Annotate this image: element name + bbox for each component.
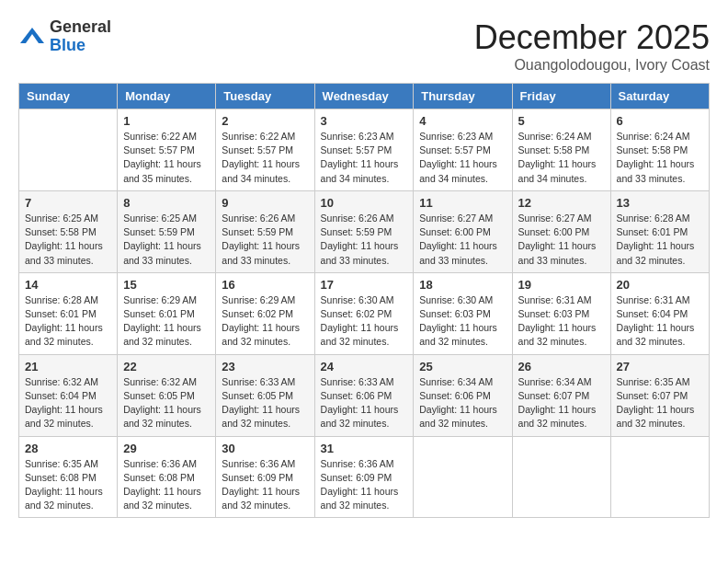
day-number: 19 [518,278,605,292]
day-number: 9 [222,196,308,210]
weekday-header-monday: Monday [118,84,216,109]
day-number: 7 [25,196,111,210]
calendar-cell: 28Sunrise: 6:35 AMSunset: 6:08 PMDayligh… [19,436,118,518]
day-info: Sunrise: 6:23 AMSunset: 5:57 PMDaylight:… [321,130,408,186]
day-number: 23 [222,360,308,373]
calendar-cell: 18Sunrise: 6:30 AMSunset: 6:03 PMDayligh… [414,272,512,354]
calendar-cell: 29Sunrise: 6:36 AMSunset: 6:08 PMDayligh… [118,436,216,518]
day-number: 31 [321,442,408,455]
calendar-cell [610,436,709,518]
calendar-cell: 9Sunrise: 6:26 AMSunset: 5:59 PMDaylight… [216,190,314,272]
day-number: 5 [518,114,605,128]
day-info: Sunrise: 6:34 AMSunset: 6:07 PMDaylight:… [518,375,605,431]
page-header: General Blue December 2025 Ouangolodougo… [18,18,710,74]
day-info: Sunrise: 6:28 AMSunset: 6:01 PMDaylight:… [617,212,703,268]
calendar-cell: 5Sunrise: 6:24 AMSunset: 5:58 PMDaylight… [512,109,610,191]
day-info: Sunrise: 6:34 AMSunset: 6:06 PMDaylight:… [419,375,506,431]
calendar-cell: 14Sunrise: 6:28 AMSunset: 6:01 PMDayligh… [19,272,118,354]
logo-general-text: General [50,18,111,37]
day-number: 30 [222,442,308,455]
calendar-cell [414,436,512,518]
calendar-cell: 3Sunrise: 6:23 AMSunset: 5:57 PMDaylight… [314,109,414,191]
calendar-cell: 1Sunrise: 6:22 AMSunset: 5:57 PMDaylight… [118,109,216,191]
day-number: 27 [617,360,703,373]
day-info: Sunrise: 6:26 AMSunset: 5:59 PMDaylight:… [222,212,308,268]
calendar-cell: 25Sunrise: 6:34 AMSunset: 6:06 PMDayligh… [414,354,512,436]
day-number: 28 [25,442,111,455]
calendar-cell: 22Sunrise: 6:32 AMSunset: 6:05 PMDayligh… [118,354,216,436]
day-info: Sunrise: 6:25 AMSunset: 5:59 PMDaylight:… [123,212,210,268]
calendar-cell: 8Sunrise: 6:25 AMSunset: 5:59 PMDaylight… [118,190,216,272]
day-info: Sunrise: 6:29 AMSunset: 6:01 PMDaylight:… [123,293,210,350]
day-info: Sunrise: 6:30 AMSunset: 6:02 PMDaylight:… [321,293,408,350]
calendar-cell: 12Sunrise: 6:27 AMSunset: 6:00 PMDayligh… [512,190,610,272]
day-number: 18 [419,278,506,292]
calendar-cell: 27Sunrise: 6:35 AMSunset: 6:07 PMDayligh… [610,354,709,436]
day-number: 6 [617,114,703,128]
day-number: 16 [222,278,308,292]
calendar-week-row: 21Sunrise: 6:32 AMSunset: 6:04 PMDayligh… [19,354,710,436]
day-info: Sunrise: 6:35 AMSunset: 6:08 PMDaylight:… [25,457,111,513]
weekday-header-row: SundayMondayTuesdayWednesdayThursdayFrid… [19,84,710,109]
day-number: 2 [222,114,308,128]
day-info: Sunrise: 6:35 AMSunset: 6:07 PMDaylight:… [617,375,703,431]
day-number: 3 [321,114,408,128]
day-info: Sunrise: 6:29 AMSunset: 6:02 PMDaylight:… [222,293,308,350]
calendar-table: SundayMondayTuesdayWednesdayThursdayFrid… [18,83,710,518]
day-info: Sunrise: 6:31 AMSunset: 6:03 PMDaylight:… [518,293,605,350]
day-number: 14 [25,278,111,292]
calendar-cell: 30Sunrise: 6:36 AMSunset: 6:09 PMDayligh… [216,436,314,518]
calendar-cell: 23Sunrise: 6:33 AMSunset: 6:05 PMDayligh… [216,354,314,436]
logo-blue-text: Blue [50,37,111,55]
day-info: Sunrise: 6:25 AMSunset: 5:58 PMDaylight:… [25,212,111,268]
day-number: 17 [321,278,408,292]
calendar-cell [512,436,610,518]
calendar-week-row: 14Sunrise: 6:28 AMSunset: 6:01 PMDayligh… [19,272,710,354]
day-info: Sunrise: 6:27 AMSunset: 6:00 PMDaylight:… [419,212,506,268]
day-info: Sunrise: 6:33 AMSunset: 6:05 PMDaylight:… [222,375,308,431]
day-info: Sunrise: 6:36 AMSunset: 6:09 PMDaylight:… [222,457,308,513]
day-info: Sunrise: 6:33 AMSunset: 6:06 PMDaylight:… [321,375,408,431]
calendar-cell: 2Sunrise: 6:22 AMSunset: 5:57 PMDaylight… [216,109,314,191]
weekday-header-saturday: Saturday [610,84,709,109]
calendar-cell: 7Sunrise: 6:25 AMSunset: 5:58 PMDaylight… [19,190,118,272]
calendar-cell: 10Sunrise: 6:26 AMSunset: 5:59 PMDayligh… [314,190,414,272]
day-number: 22 [123,360,210,373]
weekday-header-friday: Friday [512,84,610,109]
weekday-header-thursday: Thursday [414,84,512,109]
calendar-cell: 11Sunrise: 6:27 AMSunset: 6:00 PMDayligh… [414,190,512,272]
day-number: 26 [518,360,605,373]
calendar-cell: 21Sunrise: 6:32 AMSunset: 6:04 PMDayligh… [19,354,118,436]
calendar-week-row: 7Sunrise: 6:25 AMSunset: 5:58 PMDaylight… [19,190,710,272]
day-info: Sunrise: 6:27 AMSunset: 6:00 PMDaylight:… [518,212,605,268]
day-info: Sunrise: 6:36 AMSunset: 6:09 PMDaylight:… [321,457,408,513]
calendar-cell: 31Sunrise: 6:36 AMSunset: 6:09 PMDayligh… [314,436,414,518]
calendar-week-row: 28Sunrise: 6:35 AMSunset: 6:08 PMDayligh… [19,436,710,518]
calendar-cell [19,109,118,191]
day-info: Sunrise: 6:26 AMSunset: 5:59 PMDaylight:… [321,212,408,268]
calendar-cell: 24Sunrise: 6:33 AMSunset: 6:06 PMDayligh… [314,354,414,436]
day-number: 20 [617,278,703,292]
day-number: 29 [123,442,210,455]
day-number: 8 [123,196,210,210]
day-number: 24 [321,360,408,373]
day-info: Sunrise: 6:28 AMSunset: 6:01 PMDaylight:… [25,293,111,350]
calendar-cell: 15Sunrise: 6:29 AMSunset: 6:01 PMDayligh… [118,272,216,354]
day-info: Sunrise: 6:23 AMSunset: 5:57 PMDaylight:… [419,130,506,186]
location-title: Ouangolodougou, Ivory Coast [474,57,710,74]
logo-icon [18,23,46,51]
day-info: Sunrise: 6:30 AMSunset: 6:03 PMDaylight:… [419,293,506,350]
logo-text: General Blue [50,18,111,55]
day-number: 1 [123,114,210,128]
day-info: Sunrise: 6:36 AMSunset: 6:08 PMDaylight:… [123,457,210,513]
day-number: 10 [321,196,408,210]
weekday-header-sunday: Sunday [19,84,118,109]
logo: General Blue [18,18,111,55]
title-area: December 2025 Ouangolodougou, Ivory Coas… [474,18,710,74]
day-info: Sunrise: 6:32 AMSunset: 6:04 PMDaylight:… [25,375,111,431]
calendar-cell: 20Sunrise: 6:31 AMSunset: 6:04 PMDayligh… [610,272,709,354]
day-info: Sunrise: 6:22 AMSunset: 5:57 PMDaylight:… [222,130,308,186]
day-number: 21 [25,360,111,373]
day-info: Sunrise: 6:24 AMSunset: 5:58 PMDaylight:… [518,130,605,186]
day-number: 13 [617,196,703,210]
